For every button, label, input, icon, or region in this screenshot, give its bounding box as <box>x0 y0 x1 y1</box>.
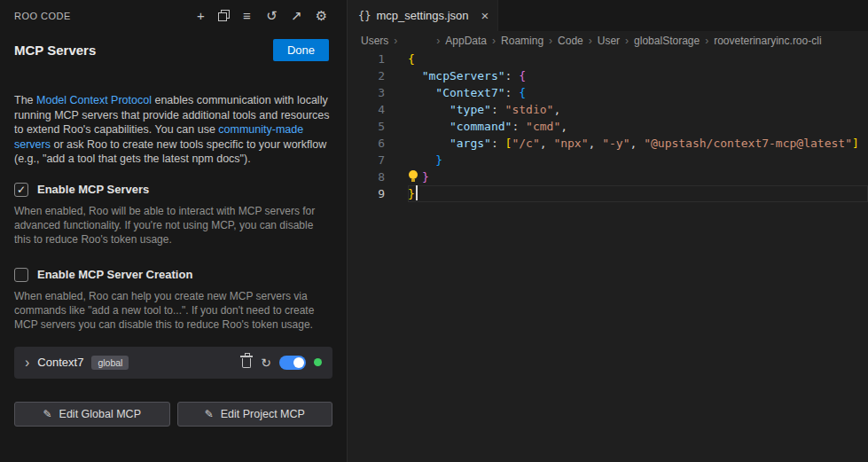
line-number[interactable]: 6 <box>348 135 385 152</box>
tab-mcp-settings-json[interactable]: {} mcp_settings.json × <box>348 0 498 31</box>
enable-mcp-servers-row[interactable]: ✓ Enable MCP Servers <box>14 183 332 197</box>
open-in-editor-icon[interactable]: ↗ <box>289 8 304 23</box>
breadcrumb-separator: › <box>436 35 440 47</box>
enable-mcp-servers-description: When enabled, Roo will be able to intera… <box>14 204 325 247</box>
edit-global-mcp-button[interactable]: ✎ Edit Global MCP <box>14 402 170 427</box>
breadcrumb-item[interactable]: Users <box>361 35 388 47</box>
new-task-plus-icon[interactable]: + <box>193 8 208 23</box>
server-status-dot <box>314 358 322 366</box>
settings-gear-icon[interactable]: ⚙ <box>314 8 329 23</box>
intro-text-part: The <box>14 94 36 106</box>
breadcrumb-separator: › <box>394 35 397 47</box>
enable-mcp-servers-checkbox[interactable]: ✓ <box>14 183 28 197</box>
code-area[interactable]: 123456789 { "mcpServers": { "Context7": … <box>348 51 868 462</box>
toggle-knob <box>293 357 304 368</box>
server-row-context7[interactable]: › Context7 global ↻ <box>14 347 332 379</box>
extension-title: ROO CODE <box>14 11 71 21</box>
breadcrumb-separator: › <box>549 35 552 47</box>
breadcrumb-item[interactable]: Roaming <box>501 35 543 47</box>
intro-text: The Model Context Protocol enables commu… <box>14 93 331 167</box>
line-number[interactable]: 7 <box>348 152 385 168</box>
code-line[interactable]: "mcpServers": { <box>408 67 868 84</box>
code-line[interactable]: "args": ["/c", "npx", "-y", "@upstash/co… <box>408 135 868 152</box>
breadcrumb-separator: › <box>705 35 708 47</box>
tab-bar: {} mcp_settings.json × <box>348 0 868 31</box>
code-line[interactable]: "command": "cmd", <box>408 118 868 135</box>
line-number[interactable]: 5 <box>348 118 385 135</box>
check-icon: ✓ <box>17 184 26 196</box>
edit-project-mcp-button[interactable]: ✎ Edit Project MCP <box>177 402 333 427</box>
done-button[interactable]: Done <box>273 39 329 61</box>
enable-mcp-creation-label: Enable MCP Server Creation <box>37 268 192 281</box>
chevron-right-icon[interactable]: › <box>25 356 29 369</box>
code-lines[interactable]: { "mcpServers": { "Context7": { "type": … <box>408 51 868 462</box>
line-number[interactable]: 2 <box>348 67 385 84</box>
page-title: MCP Servers <box>14 43 96 58</box>
json-file-icon: {} <box>358 10 371 22</box>
code-line[interactable]: { <box>408 51 868 67</box>
line-number[interactable]: 8 <box>348 168 385 185</box>
close-tab-icon[interactable]: × <box>481 8 489 23</box>
edit-project-mcp-label: Edit Project MCP <box>221 408 305 420</box>
breadcrumb-item[interactable]: rooveterinaryinc.roo-cli <box>714 35 821 47</box>
server-name: Context7 <box>37 356 83 369</box>
copy-icon[interactable] <box>218 10 230 21</box>
history-icon[interactable]: ↺ <box>264 8 279 23</box>
page-header: MCP Servers Done <box>0 23 347 61</box>
edit-global-mcp-label: Edit Global MCP <box>59 408 141 420</box>
pencil-icon: ✎ <box>205 408 214 420</box>
line-number[interactable]: 4 <box>348 101 385 118</box>
enable-mcp-creation-description: When enabled, Roo can help you create ne… <box>14 289 325 332</box>
code-line[interactable]: } <box>408 185 868 202</box>
delete-server-icon[interactable] <box>242 358 251 368</box>
gutter[interactable]: 123456789 <box>348 51 385 462</box>
breadcrumb-item[interactable]: globalStorage <box>634 35 700 47</box>
lightbulb-icon[interactable] <box>408 170 422 182</box>
server-scope-badge: global <box>91 356 129 370</box>
breadcrumb-item[interactable]: AppData <box>445 35 487 47</box>
editor-group: {} mcp_settings.json × Users››AppData›Ro… <box>348 0 868 462</box>
line-number[interactable]: 1 <box>348 51 385 67</box>
mcp-servers-icon[interactable]: ≡ <box>239 8 254 23</box>
restart-server-icon[interactable]: ↻ <box>261 356 271 370</box>
breadcrumb-separator: › <box>589 35 592 47</box>
text-cursor <box>416 185 418 200</box>
breadcrumb-separator: › <box>492 35 496 47</box>
code-line[interactable]: "Context7": { <box>408 84 868 101</box>
model-context-protocol-link[interactable]: Model Context Protocol <box>36 94 152 106</box>
panel-header: ROO CODE + ≡ ↺ ↗ ⚙ <box>0 0 347 23</box>
panel-toolbar: + ≡ ↺ ↗ ⚙ <box>193 8 329 23</box>
intro-text-part: or ask Roo to create new tools specific … <box>14 138 326 166</box>
tab-label: mcp_settings.json <box>376 9 468 22</box>
line-number[interactable]: 3 <box>348 84 385 101</box>
breadcrumb: Users››AppData›Roaming›Code›User›globalS… <box>348 31 868 51</box>
breadcrumb-separator: › <box>625 35 629 47</box>
enable-mcp-creation-checkbox[interactable] <box>14 268 28 282</box>
line-number[interactable]: 9 <box>348 185 385 202</box>
roo-code-panel: ROO CODE + ≡ ↺ ↗ ⚙ MCP Servers Done The … <box>0 0 348 462</box>
enable-mcp-creation-row[interactable]: Enable MCP Server Creation <box>14 268 332 282</box>
pencil-icon: ✎ <box>43 408 52 420</box>
footer-buttons: ✎ Edit Global MCP ✎ Edit Project MCP <box>14 402 332 427</box>
breadcrumb-item[interactable]: Code <box>558 35 583 47</box>
code-line[interactable]: } <box>408 168 868 185</box>
breadcrumb-item[interactable]: User <box>598 35 620 47</box>
enable-mcp-servers-label: Enable MCP Servers <box>37 183 149 196</box>
server-enabled-toggle[interactable] <box>279 356 306 370</box>
code-line[interactable]: } <box>408 152 868 168</box>
code-line[interactable]: "type": "stdio", <box>408 101 868 118</box>
